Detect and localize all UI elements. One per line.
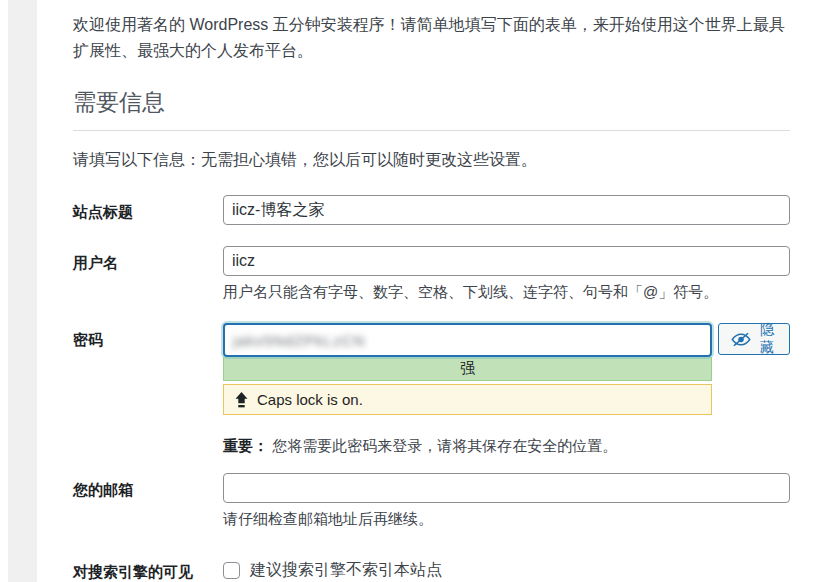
visibility-label: 对搜索引擎的可见性	[73, 555, 206, 582]
caps-lock-icon	[235, 392, 248, 408]
hide-password-label: 隐藏	[757, 321, 777, 357]
welcome-text: 欢迎使用著名的 WordPress 五分钟安装程序！请简单地填写下面的表单，来开…	[73, 12, 790, 63]
site-title-row: 站点标题	[73, 195, 790, 225]
hidden-eye-icon	[731, 332, 751, 347]
email-label: 您的邮箱	[73, 473, 206, 529]
site-title-label: 站点标题	[73, 195, 206, 225]
page-left-gutter	[8, 0, 37, 582]
password-important-note: 重要： 您将需要此密码来登录，请将其保存在安全的位置。	[223, 435, 790, 456]
instructions-text: 请填写以下信息：无需担心填错，您以后可以随时更改这些设置。	[73, 150, 790, 171]
caps-lock-warning: Caps lock is on.	[223, 384, 712, 415]
email-input[interactable]	[223, 473, 790, 503]
username-input[interactable]	[223, 246, 790, 276]
visibility-checkbox[interactable]	[223, 562, 240, 579]
password-input[interactable]: jakx5NdZPkLzCN	[223, 323, 712, 357]
password-row: 密码 jakx5NdZPkLzCN 隐藏	[73, 323, 790, 415]
visibility-checkbox-label[interactable]: 建议搜索引擎不索引本站点	[250, 560, 442, 581]
email-row: 您的邮箱 请仔细检查邮箱地址后再继续。	[73, 473, 790, 529]
important-prefix: 重要：	[223, 437, 268, 454]
password-label: 密码	[73, 323, 206, 415]
important-text: 您将需要此密码来登录，请将其保存在安全的位置。	[268, 437, 617, 454]
username-label: 用户名	[73, 246, 206, 302]
install-form-panel: 欢迎使用著名的 WordPress 五分钟安装程序！请简单地填写下面的表单，来开…	[73, 0, 790, 582]
important-note-row: 重要： 您将需要此密码来登录，请将其保存在安全的位置。	[73, 435, 790, 456]
visibility-row: 对搜索引擎的可见性 建议搜索引擎不索引本站点	[73, 555, 790, 582]
caps-lock-warning-text: Caps lock is on.	[257, 391, 363, 408]
hide-password-button[interactable]: 隐藏	[718, 323, 790, 355]
site-title-input[interactable]	[223, 195, 790, 225]
email-help-text: 请仔细检查邮箱地址后再继续。	[223, 510, 790, 529]
username-help-text: 用户名只能含有字母、数字、空格、下划线、连字符、句号和「@」符号。	[223, 283, 790, 302]
section-title: 需要信息	[73, 90, 790, 131]
username-row: 用户名 用户名只能含有字母、数字、空格、下划线、连字符、句号和「@」符号。	[73, 246, 790, 302]
password-obscured-value: jakx5NdZPkLzCN	[233, 332, 365, 349]
setup-form: 站点标题 用户名 用户名只能含有字母、数字、空格、下划线、连字符、句号和「@」符…	[73, 195, 790, 582]
password-strength-meter: 强	[223, 357, 712, 381]
